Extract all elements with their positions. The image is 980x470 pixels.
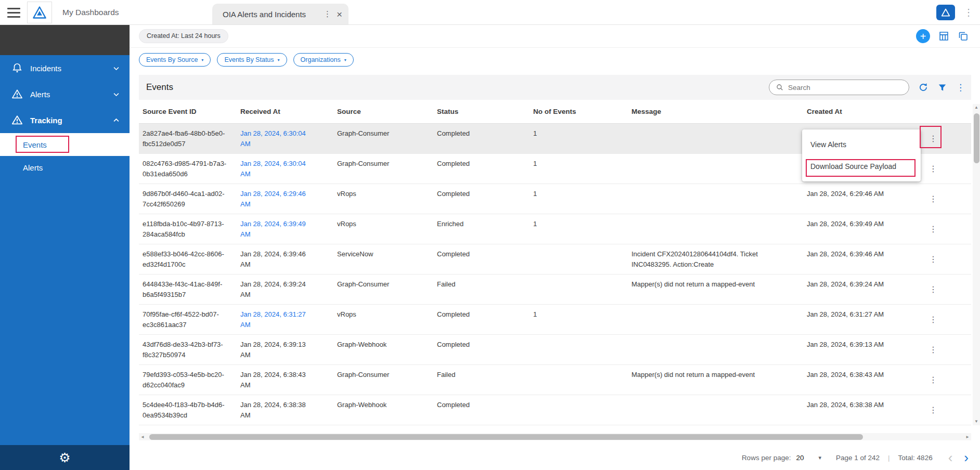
received-at-cell[interactable]: Jan 28, 2024, 6:39:49 AM [237, 214, 333, 244]
menu-item-view-alerts[interactable]: View Alerts [802, 134, 921, 155]
page-info: Page 1 of 242 [836, 454, 880, 462]
received-at-cell[interactable]: Jan 28, 2024, 6:31:27 AM [237, 305, 333, 334]
sidebar-item-label: Alerts [30, 90, 50, 99]
source-cell: Graph-Webhook [333, 395, 433, 415]
scroll-down-arrow-icon[interactable]: ▼ [974, 418, 978, 425]
sidebar-subitem-events[interactable]: Events [0, 133, 130, 156]
next-page-icon[interactable]: › [964, 451, 969, 464]
rows-per-page-label: Rows per page: [742, 454, 791, 462]
row-actions-cell: ⋮ [918, 305, 971, 334]
vertical-scroll-thumb[interactable] [974, 113, 979, 163]
created-at-cell: Jan 28, 2024, 6:39:49 AM [803, 214, 918, 234]
prev-page-icon[interactable]: ‹ [948, 451, 953, 464]
caret-down-icon: ▾ [201, 58, 203, 62]
topbar-kebab-icon[interactable]: ⋮ [964, 7, 973, 18]
caret-down-icon: ▾ [278, 58, 280, 62]
received-at-cell[interactable]: Jan 28, 2024, 6:30:04 AM [237, 154, 333, 184]
table-row: 79efd393-c053-4e5b-bc20-d62cc040fac9 Jan… [139, 365, 971, 395]
scroll-left-arrow-icon[interactable]: ◄ [139, 435, 146, 439]
filter-pill-organizations[interactable]: Organizations ▾ [293, 53, 354, 67]
row-actions-cell: ⋮ [918, 244, 971, 274]
row-actions-cell: ⋮ [918, 335, 971, 364]
created-at-cell: Jan 28, 2024, 6:31:27 AM [803, 305, 918, 324]
chevron-down-icon[interactable] [112, 90, 120, 98]
table-row: 6448433e-f43c-41ac-849f-b6a5f49315b7 Jan… [139, 275, 971, 305]
hamburger-menu-icon[interactable] [7, 8, 20, 18]
filter-icon[interactable] [937, 83, 947, 93]
sidebar-header-block [0, 25, 130, 55]
status-cell: Completed [433, 395, 530, 415]
row-kebab-icon[interactable]: ⋮ [925, 130, 942, 147]
search-input[interactable] [788, 84, 902, 92]
gear-icon[interactable]: ⚙ [59, 451, 70, 464]
sidebar-item-alerts[interactable]: Alerts [0, 81, 130, 107]
message-cell [628, 154, 803, 163]
status-cell: Completed [433, 124, 530, 143]
rows-per-page-value[interactable]: 20 [796, 454, 804, 462]
horizontal-scroll-track[interactable] [146, 433, 964, 440]
source-cell: Graph-Consumer [333, 365, 433, 385]
filter-pill-events-by-source[interactable]: Events By Source ▾ [139, 53, 211, 67]
received-at-cell[interactable]: Jan 28, 2024, 6:30:04 AM [237, 124, 333, 153]
row-kebab-icon[interactable]: ⋮ [925, 191, 942, 207]
filter-pill-row: Events By Source ▾ Events By Status ▾ Or… [130, 48, 980, 72]
row-kebab-icon[interactable]: ⋮ [925, 161, 942, 177]
row-kebab-icon[interactable]: ⋮ [925, 342, 942, 358]
warning-icon [11, 114, 23, 126]
filter-pill-events-by-status[interactable]: Events By Status ▾ [217, 53, 287, 67]
search-box[interactable] [769, 80, 909, 95]
my-dashboards-link[interactable]: My Dashboards [62, 0, 119, 25]
status-cell: Completed [433, 425, 530, 432]
filter-chip-row: Created At: Last 24 hours + [130, 25, 980, 48]
horizontal-scroll-thumb[interactable] [149, 434, 863, 440]
row-actions-cell: ⋮ [918, 214, 971, 244]
events-kebab-icon[interactable]: ⋮ [956, 82, 965, 93]
app-logo[interactable] [27, 2, 52, 23]
message-cell [628, 425, 803, 432]
chevron-down-icon[interactable] [112, 64, 120, 72]
sidebar-item-incidents[interactable]: Incidents [0, 55, 130, 81]
table-view-icon[interactable] [938, 31, 949, 42]
sidebar-item-tracking[interactable]: Tracking [0, 107, 130, 133]
horizontal-scrollbar[interactable]: ◄ ► [139, 433, 971, 440]
source-event-id-cell: 2a827ae4-fba6-48b0-b5e0-fbc512de0d57 [139, 124, 237, 153]
scroll-up-arrow-icon[interactable]: ▲ [974, 104, 978, 111]
table-row: cf11d105-fbef-4689-98fd-64e524a313e9 Jan… [139, 425, 971, 432]
created-at-cell: Jan 28, 2024, 6:38:43 AM [803, 365, 918, 385]
table-row: e118fbda-b10c-4b97-8713-284aca584fcb Jan… [139, 214, 971, 244]
row-kebab-icon[interactable]: ⋮ [925, 221, 942, 238]
source-event-id-cell: 79efd393-c053-4e5b-bc20-d62cc040fac9 [139, 365, 237, 395]
copy-pages-icon[interactable] [958, 31, 969, 42]
received-at-cell[interactable]: Jan 28, 2024, 6:29:46 AM [237, 184, 333, 214]
rows-per-page-caret-icon[interactable]: ▾ [818, 454, 821, 461]
scroll-right-arrow-icon[interactable]: ► [964, 435, 971, 439]
row-kebab-icon[interactable]: ⋮ [925, 372, 942, 388]
tab-kebab-icon[interactable]: ⋮ [324, 9, 331, 19]
add-button[interactable]: + [916, 29, 930, 43]
sidebar-subitem-alerts[interactable]: Alerts [0, 156, 130, 179]
created-at-cell: Jan 28, 2024, 6:39:24 AM [803, 275, 918, 294]
menu-item-download-source-payload[interactable]: Download Source Payload [802, 155, 921, 177]
vertical-scroll-track[interactable] [973, 111, 980, 418]
created-at-filter-chip[interactable]: Created At: Last 24 hours [139, 29, 228, 43]
source-event-id-cell: 6448433e-f43c-41ac-849f-b6a5f49315b7 [139, 275, 237, 304]
no-of-events-cell [530, 365, 628, 374]
row-kebab-icon[interactable]: ⋮ [925, 281, 942, 298]
row-kebab-icon[interactable]: ⋮ [925, 311, 942, 328]
pagination-bar: Rows per page: 20 ▾ Page 1 of 242 | Tota… [130, 445, 980, 470]
table-row: 5c4dee40-f183-4b7b-b4d6-0ea9534b39cd Jan… [139, 395, 971, 425]
tab-close-icon[interactable]: × [337, 9, 342, 19]
source-cell: Graph-Webhook [333, 335, 433, 355]
tab-oia-alerts-and-incidents[interactable]: OIA Alerts and Incidents ⋮ × [212, 4, 349, 24]
row-kebab-icon[interactable]: ⋮ [925, 402, 942, 419]
row-kebab-icon[interactable]: ⋮ [925, 251, 942, 268]
col-received-at: Received At [237, 108, 333, 115]
refresh-icon[interactable] [918, 82, 929, 93]
message-cell: Mapper(s) did not return a mapped-event [628, 275, 803, 294]
received-at-cell: Jan 28, 2024, 6:39:46 AM [237, 244, 333, 274]
vertical-scrollbar[interactable]: ▲ ▼ [973, 104, 980, 425]
chevron-up-icon[interactable] [112, 116, 120, 124]
source-event-id-cell: 70f95fae-cf6f-4522-bd07-ec3c861aac37 [139, 305, 237, 334]
main-content: Created At: Last 24 hours + Events By So… [130, 25, 980, 470]
brand-logo-right [936, 5, 955, 20]
